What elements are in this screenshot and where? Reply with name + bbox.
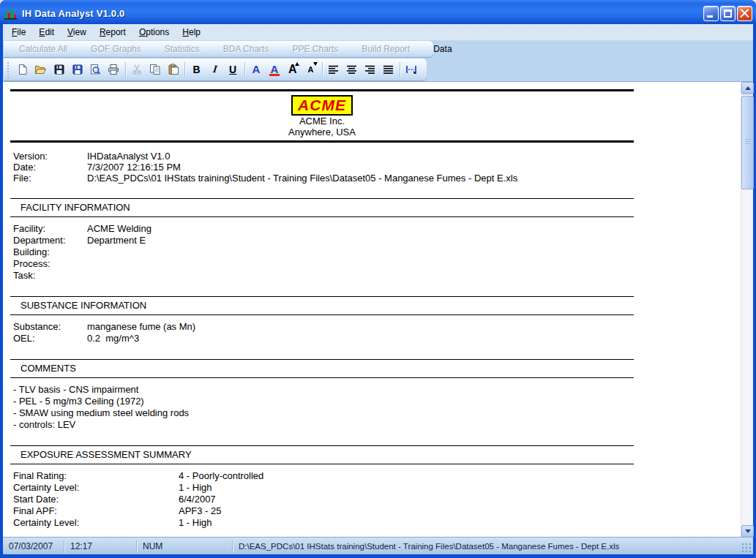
- scroll-down-button[interactable]: [741, 525, 754, 538]
- menu-edit[interactable]: Edit: [32, 26, 61, 39]
- decrease-font-button[interactable]: A: [302, 61, 319, 78]
- bda-charts-button[interactable]: BDA Charts: [214, 42, 279, 56]
- vertical-scrollbar[interactable]: [741, 82, 753, 538]
- italic-button[interactable]: I: [206, 61, 223, 78]
- meta-value: IHDataAnalyst V1.0: [87, 151, 170, 162]
- divider: [10, 216, 634, 217]
- statistics-button[interactable]: Statistics: [155, 42, 209, 56]
- bold-button[interactable]: B: [188, 61, 205, 78]
- align-left-button[interactable]: [326, 61, 343, 78]
- close-button[interactable]: [737, 6, 752, 21]
- meta-label: File:: [13, 173, 87, 184]
- scrollbar-thumb[interactable]: [741, 96, 754, 189]
- copy-button[interactable]: [146, 61, 163, 78]
- meta-label: Version:: [13, 151, 87, 162]
- data-button[interactable]: Data: [424, 42, 461, 56]
- italic-icon: I: [212, 64, 217, 75]
- font-color-button[interactable]: A: [266, 61, 282, 78]
- save-button[interactable]: [50, 61, 67, 78]
- arrow-down-icon: [745, 529, 751, 533]
- new-document-button[interactable]: [15, 61, 31, 78]
- align-left-icon: [329, 65, 339, 75]
- comment-line: - PEL - 5 mg/m3 Ceiling (1972): [3, 396, 741, 407]
- field-value: 4 - Poorly-controlled: [179, 470, 263, 482]
- field-row: Department: Department E: [3, 235, 741, 246]
- printer-icon: [108, 64, 119, 75]
- increase-font-button[interactable]: A: [284, 61, 301, 78]
- font-button[interactable]: A: [248, 61, 265, 78]
- arrow-up-icon: [745, 86, 751, 90]
- status-time: 12:17: [64, 540, 137, 553]
- resize-grip[interactable]: [741, 543, 752, 553]
- field-label: Building:: [13, 246, 87, 258]
- field-value: manganese fume (as Mn): [87, 321, 195, 333]
- bold-icon: B: [192, 64, 200, 75]
- maximize-button[interactable]: [720, 6, 736, 21]
- field-value: 1 - High: [179, 482, 212, 494]
- bar-chart-app-icon: [4, 7, 18, 20]
- minimize-button[interactable]: [703, 6, 719, 21]
- scroll-up-button[interactable]: [741, 82, 754, 94]
- cut-button[interactable]: [129, 61, 146, 78]
- facility-section: FACILITY INFORMATION Facility: ACME Weld…: [3, 198, 741, 282]
- paste-button[interactable]: [165, 61, 181, 78]
- underline-button[interactable]: U: [225, 61, 242, 78]
- build-report-button[interactable]: Build Report: [352, 42, 419, 56]
- save-as-button[interactable]: [69, 61, 86, 78]
- arrow-down-icon: [313, 62, 318, 66]
- field-label: OEL:: [13, 333, 87, 344]
- align-center-button[interactable]: [344, 61, 361, 78]
- field-row: Certainty Level: 1 - High: [3, 517, 741, 529]
- meta-row: Version: IHDataAnalyst V1.0: [3, 151, 741, 162]
- menu-report[interactable]: Report: [93, 26, 132, 39]
- document-area: ACME ACME Inc. Anywhere, USA Version: IH…: [3, 81, 753, 537]
- align-center-icon: [347, 65, 357, 75]
- field-row: Final APF: APF3 - 25: [3, 505, 741, 517]
- divider: [10, 140, 634, 143]
- print-button[interactable]: [105, 61, 122, 78]
- field-label: Certainty Level:: [13, 517, 179, 529]
- calculate-all-button[interactable]: Calculate All: [10, 42, 77, 56]
- maximize-icon: [724, 10, 732, 18]
- field-label: Final APF:: [13, 505, 179, 517]
- comment-line: - controls: LEV: [3, 419, 741, 431]
- field-label: Process:: [13, 258, 87, 270]
- window-title: IH Data Analyst V1.0.0: [22, 8, 703, 19]
- menu-help[interactable]: Help: [176, 26, 207, 39]
- toolbar-separator: [244, 62, 245, 77]
- substance-section: SUBSTANCE INFORMATION Substance: mangane…: [3, 296, 741, 344]
- report-document: ACME ACME Inc. Anywhere, USA Version: IH…: [3, 82, 741, 538]
- print-preview-icon: [89, 64, 101, 75]
- menu-options[interactable]: Options: [132, 26, 176, 39]
- app-window: IH Data Analyst V1.0.0 File Edit View Re…: [0, 0, 756, 558]
- menu-file[interactable]: File: [5, 26, 32, 39]
- section-title: COMMENTS: [3, 360, 741, 377]
- page-width-button[interactable]: [403, 61, 420, 78]
- report-meta: Version: IHDataAnalyst V1.0 Date: 7/3/20…: [3, 151, 741, 184]
- print-preview-button[interactable]: [87, 61, 104, 78]
- align-justify-icon: [383, 65, 394, 75]
- field-value: APF3 - 25: [179, 505, 222, 517]
- open-button[interactable]: [32, 61, 49, 78]
- divider: [10, 377, 634, 378]
- section-title: EXPOSURE ASSESSMENT SUMMARY: [3, 446, 741, 464]
- report-header: ACME ACME Inc. Anywhere, USA: [10, 91, 634, 140]
- field-value: Department E: [87, 235, 146, 246]
- comment-line: - SMAW using medium steel welding rods: [3, 407, 741, 419]
- toolbar-separator: [322, 62, 323, 77]
- status-file-path: D:\EAS_PDCs\01 IHStats training\Student …: [233, 540, 753, 553]
- menu-bar: File Edit View Report Options Help: [3, 24, 753, 40]
- format-toolbar: B I U A A A: [3, 58, 753, 81]
- align-justify-button[interactable]: [380, 61, 397, 78]
- field-row: OEL: 0.2 mg/m^3: [3, 333, 741, 344]
- toolbar-separator: [400, 62, 400, 77]
- toolbar-grip[interactable]: [6, 61, 12, 78]
- field-row: Certainty Level: 1 - High: [3, 482, 741, 494]
- align-right-button[interactable]: [362, 61, 379, 78]
- section-title: SUBSTANCE INFORMATION: [3, 297, 741, 314]
- ppe-charts-button[interactable]: PPE Charts: [282, 42, 348, 56]
- gof-graphs-button[interactable]: GOF Graphs: [81, 42, 151, 56]
- meta-value: 7/3/2007 12:16:15 PM: [87, 162, 181, 173]
- menu-view[interactable]: View: [61, 26, 93, 39]
- field-label: Department:: [13, 235, 87, 246]
